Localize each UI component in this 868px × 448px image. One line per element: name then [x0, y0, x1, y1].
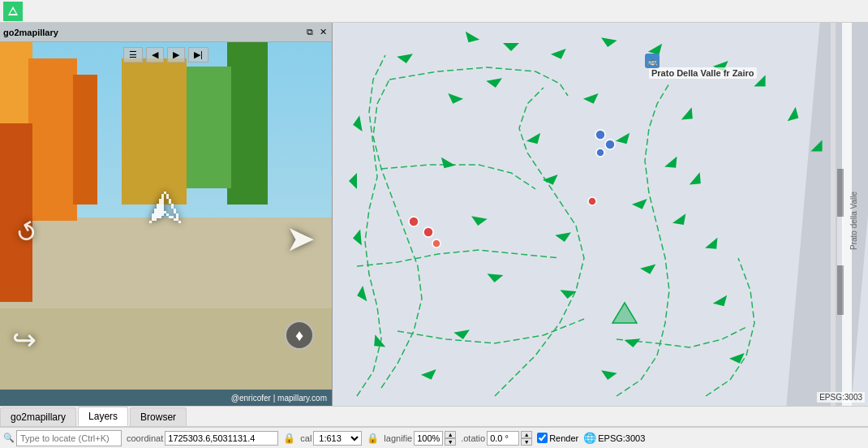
magnifier-spinner: ▲ ▼: [445, 431, 456, 446]
render-checkbox[interactable]: [537, 433, 548, 443]
sv-play-button[interactable]: ▶: [167, 47, 185, 62]
tab-browser[interactable]: Browser: [130, 407, 187, 426]
main-area: go2mapillary ⧉ ✕ ☰ ◀ ▶ ▶| ⮙ ↺ ➤ ↩ ♦ @enr…: [0, 23, 868, 406]
map-panel[interactable]: Prato Della Valle fr Zairo 🚌 Prato della…: [333, 23, 868, 406]
magnifier-down[interactable]: ▼: [445, 438, 456, 446]
rotation-input[interactable]: [487, 431, 519, 446]
sv-compass-circle: ♦: [285, 321, 314, 350]
tab-layers[interactable]: Layers: [78, 407, 128, 426]
scale-select[interactable]: 1:613 1:1000 1:5000: [313, 431, 362, 446]
sv-compass-arrow: ♦: [295, 326, 303, 345]
epsg-badge: EPSG:3003: [817, 392, 865, 403]
map-road-label: Prato della Valle: [849, 88, 858, 250]
sv-prev-button[interactable]: ◀: [146, 47, 164, 62]
search-item: 🔍: [3, 430, 122, 446]
rotation-item: .otatio ▲ ▼: [461, 431, 532, 446]
sv-nav-controls: ☰ ◀ ▶ ▶|: [0, 47, 332, 62]
magnifier-item: lagnifie ▲ ▼: [384, 431, 456, 446]
magnifier-input[interactable]: [414, 431, 443, 446]
lock2-icon: 🔒: [367, 433, 379, 444]
rotation-down[interactable]: ▼: [521, 438, 532, 446]
sv-close-button[interactable]: ✕: [318, 27, 329, 37]
app-icon: [3, 2, 23, 21]
sv-return-arrow[interactable]: ↩: [12, 323, 37, 357]
coordinate-input[interactable]: [165, 431, 278, 446]
epsg-status-item: 🌐 EPSG:3003: [583, 432, 645, 444]
sv-title-controls: ⧉ ✕: [305, 27, 329, 37]
rotation-up[interactable]: ▲: [521, 431, 532, 438]
bottom-tabs: go2mapillary Layers Browser: [0, 406, 868, 427]
tab-go2mapillary[interactable]: go2mapillary: [0, 407, 76, 426]
sv-end-button[interactable]: ▶|: [188, 47, 208, 62]
coordinate-item: coordinat: [127, 431, 278, 446]
scale-item: cal 1:613 1:1000 1:5000: [300, 431, 362, 446]
map-place-label: Prato Della Valle fr Zairo: [649, 67, 757, 79]
sv-compass: ♦: [283, 321, 316, 361]
street-view-titlebar: go2mapillary ⧉ ✕: [0, 23, 332, 42]
sv-title: go2mapillary: [3, 28, 58, 37]
sv-right-arrow[interactable]: ➤: [286, 218, 316, 259]
sv-menu-button[interactable]: ☰: [123, 47, 143, 62]
globe-icon: 🌐: [583, 432, 596, 444]
render-item: Render: [537, 433, 578, 443]
street-view-panel: go2mapillary ⧉ ✕ ☰ ◀ ▶ ▶| ⮙ ↺ ➤ ↩ ♦ @enr…: [0, 23, 333, 406]
sv-forward-arrow[interactable]: ⮙: [147, 185, 186, 230]
sv-restore-button[interactable]: ⧉: [305, 27, 315, 37]
lock-icon: 🔒: [283, 433, 295, 444]
status-bar: 🔍 coordinat 🔒 cal 1:613 1:1000 1:5000 🔒 …: [0, 427, 868, 448]
map-bus-stop: 🚌: [645, 54, 660, 68]
map-scale-bar: [837, 169, 844, 315]
search-input[interactable]: [16, 430, 122, 446]
rotation-spinner: ▲ ▼: [521, 431, 532, 446]
top-toolbar: [0, 0, 868, 23]
search-icon: 🔍: [3, 433, 15, 443]
magnifier-up[interactable]: ▲: [445, 431, 456, 438]
sv-attribution: @enricofer | mapillary.com: [0, 390, 332, 406]
map-canvas: Prato Della Valle fr Zairo 🚌 Prato della…: [333, 23, 868, 406]
